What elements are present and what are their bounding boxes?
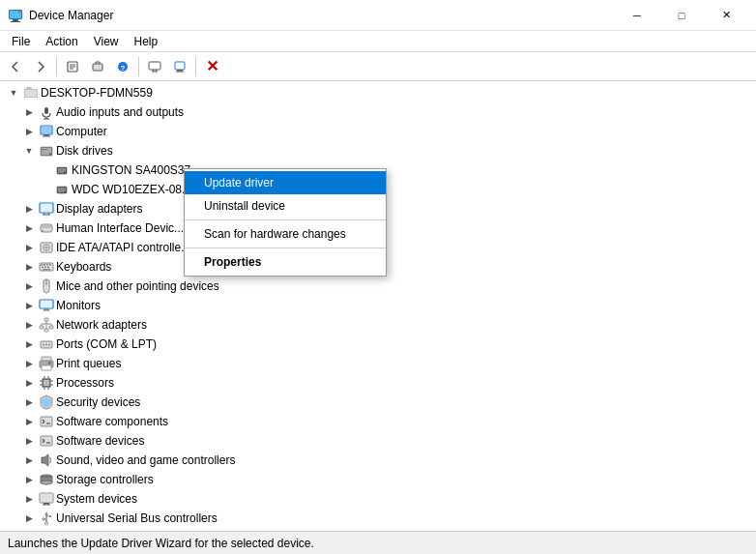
context-menu: Update driver Uninstall device Scan for … bbox=[184, 168, 387, 277]
monitors-label: Monitors bbox=[56, 299, 101, 312]
title-bar: Device Manager ─ □ ✕ bbox=[0, 0, 756, 31]
tree-item-processors[interactable]: ▶ Processors bbox=[2, 373, 754, 393]
svg-rect-69 bbox=[44, 329, 48, 332]
svg-rect-67 bbox=[40, 326, 44, 329]
computer-expand[interactable]: ▶ bbox=[21, 124, 37, 139]
softwarecomp-expand[interactable]: ▶ bbox=[21, 414, 37, 429]
hid-expand[interactable]: ▶ bbox=[21, 220, 37, 236]
tree-item-diskdrives[interactable]: ▼ Disk drives bbox=[2, 141, 754, 160]
properties-button[interactable] bbox=[61, 55, 84, 78]
toolbar-sep-1 bbox=[56, 57, 57, 76]
toolbar-sep-3 bbox=[195, 57, 196, 76]
keyboards-expand[interactable]: ▶ bbox=[21, 259, 37, 275]
back-button[interactable] bbox=[4, 55, 27, 78]
system-expand[interactable]: ▶ bbox=[21, 491, 37, 507]
svg-rect-57 bbox=[47, 267, 49, 269]
status-text: Launches the Update Driver Wizard for th… bbox=[8, 537, 314, 550]
tree-item-ports[interactable]: ▶ Ports (COM & LPT) bbox=[2, 335, 754, 354]
kingston-label: KINGSTON SA400S37... bbox=[72, 163, 200, 177]
storage-expand[interactable]: ▶ bbox=[21, 472, 37, 487]
help-button[interactable]: ? bbox=[111, 55, 134, 78]
diskdrives-expand[interactable]: ▼ bbox=[21, 143, 37, 159]
remove-button[interactable]: ✕ bbox=[200, 55, 223, 78]
usb-icon bbox=[39, 510, 54, 526]
svg-rect-82 bbox=[48, 363, 51, 364]
root-expand[interactable]: ▼ bbox=[6, 85, 21, 101]
diskdrives-icon bbox=[39, 143, 54, 159]
processors-label: Processors bbox=[56, 376, 114, 390]
svg-point-76 bbox=[43, 344, 44, 346]
tree-item-softwarecomp[interactable]: ▶ Software components bbox=[2, 412, 754, 431]
forward-button[interactable] bbox=[29, 55, 52, 78]
close-button[interactable]: ✕ bbox=[704, 4, 748, 27]
svg-rect-106 bbox=[44, 503, 49, 505]
main-area: ▼ DESKTOP-FDMN559 ▶ Audio bbox=[0, 81, 756, 531]
window-title: Device Manager bbox=[29, 9, 113, 22]
svg-point-77 bbox=[45, 344, 47, 346]
softwaredev-expand[interactable]: ▶ bbox=[21, 433, 37, 449]
root-icon bbox=[23, 85, 39, 101]
tree-item-network[interactable]: ▶ Network adapters bbox=[2, 315, 754, 335]
menu-action[interactable]: Action bbox=[38, 33, 85, 50]
ide-expand[interactable]: ▶ bbox=[21, 240, 37, 255]
processors-expand[interactable]: ▶ bbox=[21, 375, 37, 391]
computer-button[interactable] bbox=[168, 55, 191, 78]
tree-item-printqueues[interactable]: ▶ Print queues bbox=[2, 354, 754, 373]
softwarecomp-label: Software components bbox=[56, 415, 168, 428]
menu-bar: File Action View Help bbox=[0, 31, 756, 52]
tree-item-usb[interactable]: ▶ Universal Serial Bus controllers bbox=[2, 509, 754, 528]
mice-expand[interactable]: ▶ bbox=[21, 278, 37, 294]
svg-rect-18 bbox=[176, 71, 184, 72]
svg-rect-56 bbox=[44, 267, 46, 269]
svg-rect-20 bbox=[26, 87, 32, 90]
menu-view[interactable]: View bbox=[86, 33, 127, 50]
ports-expand[interactable]: ▶ bbox=[21, 336, 37, 352]
svg-point-31 bbox=[49, 154, 51, 156]
toolbar-sep-2 bbox=[138, 57, 139, 76]
svg-rect-62 bbox=[41, 301, 52, 307]
tree-item-security[interactable]: ▶ Security devices bbox=[2, 393, 754, 412]
tree-panel[interactable]: ▼ DESKTOP-FDMN559 ▶ Audio bbox=[0, 81, 756, 531]
display-button[interactable] bbox=[143, 55, 166, 78]
usb-expand[interactable]: ▶ bbox=[21, 510, 37, 526]
menu-help[interactable]: Help bbox=[127, 33, 166, 50]
sound-icon bbox=[39, 452, 54, 468]
maximize-button[interactable]: □ bbox=[659, 4, 704, 27]
svg-point-4 bbox=[18, 10, 21, 13]
svg-point-103 bbox=[41, 481, 52, 484]
printqueues-expand[interactable]: ▶ bbox=[21, 356, 37, 371]
security-label: Security devices bbox=[56, 395, 140, 409]
tree-item-sound[interactable]: ▶ Sound, video and game controllers bbox=[2, 451, 754, 470]
update-driver-button[interactable] bbox=[86, 55, 109, 78]
printqueues-icon bbox=[39, 356, 54, 371]
tree-item-storage[interactable]: ▶ Storage controllers bbox=[2, 470, 754, 489]
svg-rect-1 bbox=[13, 19, 18, 21]
security-expand[interactable]: ▶ bbox=[21, 394, 37, 410]
tree-item-mice[interactable]: ▶ Mice and other pointing devices bbox=[2, 277, 754, 296]
tree-item-system[interactable]: ▶ System devices bbox=[2, 489, 754, 509]
monitors-expand[interactable]: ▶ bbox=[21, 298, 37, 313]
context-menu-update-driver[interactable]: Update driver bbox=[185, 171, 386, 194]
tree-item-monitors[interactable]: ▶ Monitors bbox=[2, 296, 754, 315]
status-bar: Launches the Update Driver Wizard for th… bbox=[0, 531, 756, 554]
context-menu-uninstall-device[interactable]: Uninstall device bbox=[185, 194, 386, 218]
processors-icon bbox=[39, 375, 54, 391]
audio-expand[interactable]: ▶ bbox=[21, 104, 37, 120]
tree-item-computer[interactable]: ▶ Computer bbox=[2, 122, 754, 141]
display-expand[interactable]: ▶ bbox=[21, 201, 37, 217]
network-expand[interactable]: ▶ bbox=[21, 317, 37, 333]
svg-rect-22 bbox=[44, 107, 48, 114]
tree-item-softwaredev[interactable]: ▶ Software devices bbox=[2, 431, 754, 451]
tree-item-audio[interactable]: ▶ Audio inputs and outputs bbox=[2, 102, 754, 122]
svg-rect-66 bbox=[44, 318, 48, 321]
sound-expand[interactable]: ▶ bbox=[21, 452, 37, 468]
display-icon bbox=[39, 201, 54, 217]
minimize-button[interactable]: ─ bbox=[615, 4, 659, 27]
context-menu-scan-hardware[interactable]: Scan for hardware changes bbox=[185, 222, 386, 246]
context-menu-properties[interactable]: Properties bbox=[185, 250, 386, 274]
softwarecomp-icon bbox=[39, 414, 54, 429]
svg-rect-58 bbox=[43, 269, 50, 271]
svg-point-60 bbox=[45, 282, 47, 284]
tree-root[interactable]: ▼ DESKTOP-FDMN559 bbox=[2, 83, 754, 102]
menu-file[interactable]: File bbox=[4, 33, 38, 50]
